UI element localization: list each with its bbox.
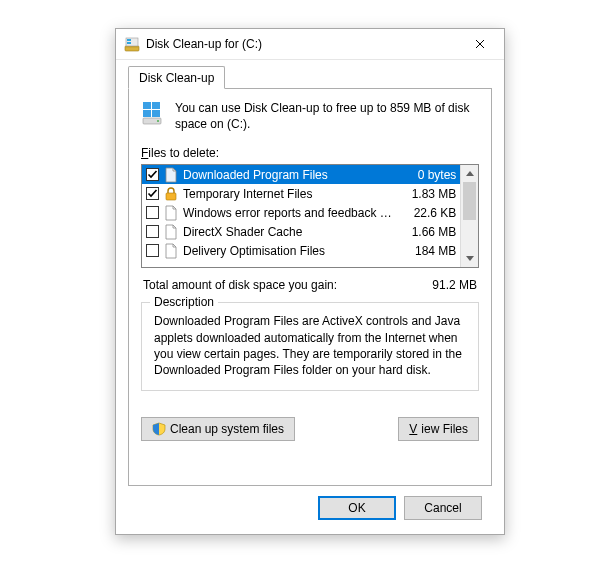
item-checkbox[interactable] <box>146 206 159 219</box>
list-item[interactable]: Downloaded Program Files0 bytes <box>142 165 460 184</box>
item-size: 0 bytes <box>402 168 456 182</box>
client-area: Disk Clean-up You can <box>116 60 504 530</box>
disk-cleanup-dialog: Disk Clean-up for (C:) Disk Clean-up <box>115 28 505 535</box>
list-item[interactable]: DirectX Shader Cache1.66 MB <box>142 222 460 241</box>
cancel-button[interactable]: Cancel <box>404 496 482 520</box>
tab-strip: Disk Clean-up <box>128 66 492 88</box>
description-text: Downloaded Program Files are ActiveX con… <box>154 313 466 378</box>
item-size: 184 MB <box>402 244 456 258</box>
page-icon <box>163 167 179 183</box>
intro-row: You can use Disk Clean-up to free up to … <box>141 100 479 132</box>
clean-up-system-files-button[interactable]: Clean up system files <box>141 417 295 441</box>
item-label: Downloaded Program Files <box>183 168 398 182</box>
description-legend: Description <box>150 295 218 309</box>
ok-button[interactable]: OK <box>318 496 396 520</box>
item-checkbox[interactable] <box>146 168 159 181</box>
svg-rect-7 <box>143 110 151 117</box>
scroll-up-button[interactable] <box>461 165 478 182</box>
footer-buttons: OK Cancel <box>128 486 492 520</box>
item-size: 1.66 MB <box>402 225 456 239</box>
item-label: Temporary Internet Files <box>183 187 398 201</box>
svg-rect-13 <box>166 193 176 200</box>
svg-rect-4 <box>127 42 131 44</box>
svg-point-10 <box>157 120 159 122</box>
item-checkbox[interactable] <box>146 187 159 200</box>
inner-button-row: Clean up system files View Files <box>141 417 479 441</box>
list-item[interactable]: Windows error reports and feedback di...… <box>142 203 460 222</box>
description-group: Description Downloaded Program Files are… <box>141 302 479 391</box>
close-icon <box>475 39 485 49</box>
svg-rect-5 <box>143 102 151 109</box>
listview-scrollbar[interactable] <box>460 165 478 267</box>
title-text: Disk Clean-up for (C:) <box>146 37 458 51</box>
lock-icon <box>163 186 179 202</box>
item-label: Windows error reports and feedback di... <box>183 206 398 220</box>
shield-icon <box>152 422 166 436</box>
svg-rect-6 <box>152 102 160 109</box>
view-files-button[interactable]: View Files <box>398 417 479 441</box>
item-size: 22.6 KB <box>402 206 456 220</box>
page-icon <box>163 243 179 259</box>
tab-page: You can use Disk Clean-up to free up to … <box>128 88 492 486</box>
tab-label: Disk Clean-up <box>139 71 214 85</box>
svg-rect-14 <box>147 207 159 219</box>
files-to-delete-label: Files to delete: <box>141 146 479 160</box>
item-checkbox[interactable] <box>146 225 159 238</box>
svg-rect-16 <box>147 245 159 257</box>
svg-rect-8 <box>152 110 160 117</box>
list-item[interactable]: Temporary Internet Files1.83 MB <box>142 184 460 203</box>
item-label: DirectX Shader Cache <box>183 225 398 239</box>
total-value: 91.2 MB <box>407 278 477 292</box>
close-button[interactable] <box>458 30 502 58</box>
intro-text: You can use Disk Clean-up to free up to … <box>175 100 479 132</box>
total-label: Total amount of disk space you gain: <box>143 278 407 292</box>
svg-rect-15 <box>147 226 159 238</box>
scroll-thumb[interactable] <box>463 182 476 220</box>
total-row: Total amount of disk space you gain: 91.… <box>143 278 477 292</box>
svg-rect-3 <box>127 39 131 41</box>
drive-cleanup-icon <box>141 100 165 126</box>
page-icon <box>163 224 179 240</box>
titlebar: Disk Clean-up for (C:) <box>116 29 504 60</box>
page-icon <box>163 205 179 221</box>
item-label: Delivery Optimisation Files <box>183 244 398 258</box>
disk-cleanup-app-icon <box>124 36 140 52</box>
scroll-down-button[interactable] <box>461 250 478 267</box>
clean-up-system-files-label: Clean up system files <box>170 422 284 436</box>
files-listview[interactable]: Downloaded Program Files0 bytes Temporar… <box>141 164 479 268</box>
svg-rect-1 <box>126 47 139 48</box>
item-checkbox[interactable] <box>146 244 159 257</box>
tab-disk-cleanup[interactable]: Disk Clean-up <box>128 66 225 89</box>
item-size: 1.83 MB <box>402 187 456 201</box>
list-item[interactable]: Delivery Optimisation Files184 MB <box>142 241 460 260</box>
files-listview-body: Downloaded Program Files0 bytes Temporar… <box>142 165 460 267</box>
